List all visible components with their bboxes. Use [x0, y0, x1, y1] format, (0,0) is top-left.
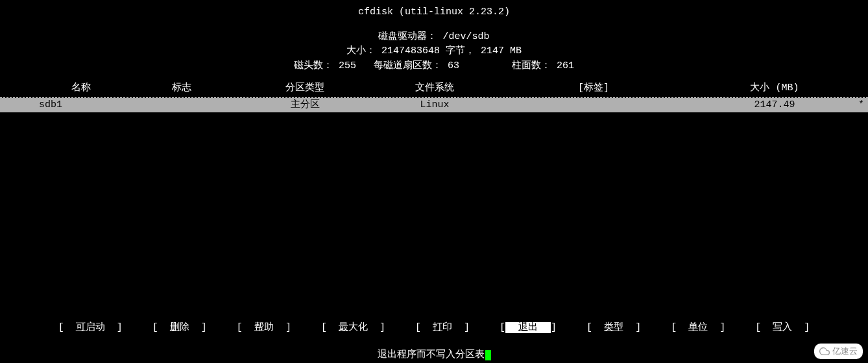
cursor-icon — [485, 350, 491, 360]
size-bytes: 2147483648 — [381, 45, 440, 56]
row-marker: * — [858, 98, 864, 112]
app-title: cfdisk (util-linux 2.23.2) — [0, 5, 868, 20]
status-line: 退出程序而不写入分区表 — [0, 348, 868, 360]
menu-print[interactable]: [ 打印 ] — [415, 321, 470, 333]
drive-value: /dev/sdb — [443, 31, 490, 42]
col-label: [标签] — [500, 81, 688, 94]
header-block: cfdisk (util-linux 2.23.2) 磁盘驱动器： /dev/s… — [0, 5, 868, 73]
drive-label: 磁盘驱动器： — [378, 31, 437, 42]
cylinders-label: 柱面数： — [512, 60, 551, 71]
col-flags: 标志 — [123, 81, 240, 94]
drive-line: 磁盘驱动器： /dev/sdb — [0, 30, 868, 45]
cylinders-value: 261 — [557, 60, 574, 71]
cell-size: 2147.49 — [688, 98, 862, 112]
cfdisk-terminal: cfdisk (util-linux 2.23.2) 磁盘驱动器： /dev/s… — [0, 0, 868, 363]
cloud-icon — [819, 346, 830, 357]
sectors-value: 63 — [448, 60, 459, 71]
menu-delete[interactable]: [ 删除 ] — [152, 321, 207, 333]
cell-part-type: 主分区 — [240, 98, 370, 112]
partition-table: 名称 标志 分区类型 文件系统 [标签] 大小 (MB) sdb1 主分区 Li… — [0, 81, 868, 112]
heads-value: 255 — [339, 60, 356, 71]
cell-fs-type: Linux — [370, 98, 500, 112]
col-name: 名称 — [6, 81, 123, 94]
menu-help[interactable]: [ 帮助 ] — [237, 321, 291, 333]
cell-label — [500, 98, 688, 112]
col-part-type: 分区类型 — [240, 81, 370, 94]
menu-write[interactable]: [ 写入 ] — [755, 321, 810, 333]
geometry-line: 磁头数： 255 每磁道扇区数： 63 柱面数： 261 — [0, 59, 868, 74]
table-row[interactable]: sdb1 主分区 Linux 2147.49 * — [0, 98, 868, 112]
cell-name: sdb1 — [6, 98, 123, 112]
status-text: 退出程序而不写入分区表 — [378, 349, 485, 360]
action-menu: [ 可启动 ][ 删除 ][ 帮助 ][ 最大化 ][ 打印 ][ 退出 ][ … — [0, 321, 868, 333]
size-label: 大小： — [346, 45, 376, 56]
menu-type[interactable]: [ 类型 ] — [586, 321, 641, 333]
size-bytes-unit: 字节， — [446, 45, 475, 56]
column-headers: 名称 标志 分区类型 文件系统 [标签] 大小 (MB) — [0, 81, 868, 94]
col-fs-type: 文件系统 — [370, 81, 500, 94]
col-size: 大小 (MB) — [688, 81, 862, 94]
menu-bootable[interactable]: [ 可启动 ] — [58, 321, 123, 333]
size-mb: 2147 MB — [481, 45, 522, 56]
sectors-label: 每磁道扇区数： — [374, 60, 442, 71]
watermark-badge: 亿速云 — [814, 344, 863, 359]
size-line: 大小： 2147483648 字节， 2147 MB — [0, 44, 868, 59]
cell-flags — [123, 98, 240, 112]
heads-label: 磁头数： — [294, 60, 333, 71]
menu-quit[interactable]: [ 退出 ] — [500, 321, 557, 333]
watermark-text: 亿速云 — [832, 345, 858, 357]
menu-maximize[interactable]: [ 最大化 ] — [321, 321, 385, 333]
menu-units[interactable]: [ 单位 ] — [671, 321, 725, 333]
